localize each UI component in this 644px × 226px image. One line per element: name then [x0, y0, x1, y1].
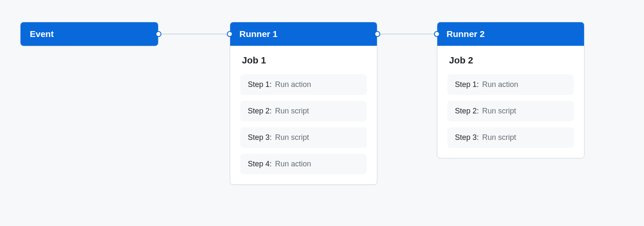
step-label: Step 4: — [248, 160, 272, 168]
step-desc: Run action — [275, 160, 311, 168]
step-label: Step 1: — [455, 80, 479, 89]
job2-step3: Step 3: Run script — [447, 127, 574, 148]
job1-title: Job 1 — [240, 55, 367, 66]
port-runner2-in — [434, 31, 440, 37]
runner2-label: Runner 2 — [437, 22, 584, 46]
step-label: Step 2: — [455, 107, 479, 116]
step-label: Step 3: — [248, 133, 272, 142]
job2-step2: Step 2: Run script — [447, 101, 574, 121]
step-desc: Run script — [275, 107, 309, 116]
runner2-node: Runner 2 Job 2 Step 1: Run action Step 2… — [437, 22, 584, 158]
runner1-label: Runner 1 — [230, 22, 377, 46]
step-label: Step 1: — [248, 80, 272, 89]
step-desc: Run script — [482, 107, 516, 116]
job1-step4: Step 4: Run action — [240, 154, 367, 174]
step-desc: Run script — [482, 133, 516, 142]
step-desc: Run script — [275, 133, 309, 142]
step-label: Step 3: — [455, 133, 479, 142]
runner2-body: Job 2 Step 1: Run action Step 2: Run scr… — [437, 46, 584, 158]
job1-step1: Step 1: Run action — [240, 74, 367, 95]
connector-event-runner1 — [158, 34, 230, 34]
job2-title: Job 2 — [447, 55, 574, 66]
port-runner1-out — [374, 31, 380, 37]
runner1-node: Runner 1 Job 1 Step 1: Run action Step 2… — [230, 22, 377, 185]
step-label: Step 2: — [248, 107, 272, 116]
port-event-out — [156, 31, 161, 37]
event-label: Event — [21, 22, 158, 46]
connector-runner1-runner2 — [377, 34, 437, 34]
step-desc: Run action — [482, 80, 518, 89]
job1-step2: Step 2: Run script — [240, 101, 367, 121]
job2-step1: Step 1: Run action — [447, 74, 574, 95]
step-desc: Run action — [275, 80, 311, 89]
runner1-body: Job 1 Step 1: Run action Step 2: Run scr… — [230, 46, 377, 184]
event-node: Event — [20, 22, 158, 46]
workflow-diagram: Event Runner 1 Job 1 Step 1: Run action … — [0, 0, 644, 226]
job1-step3: Step 3: Run script — [240, 127, 367, 148]
port-runner1-in — [227, 31, 233, 37]
